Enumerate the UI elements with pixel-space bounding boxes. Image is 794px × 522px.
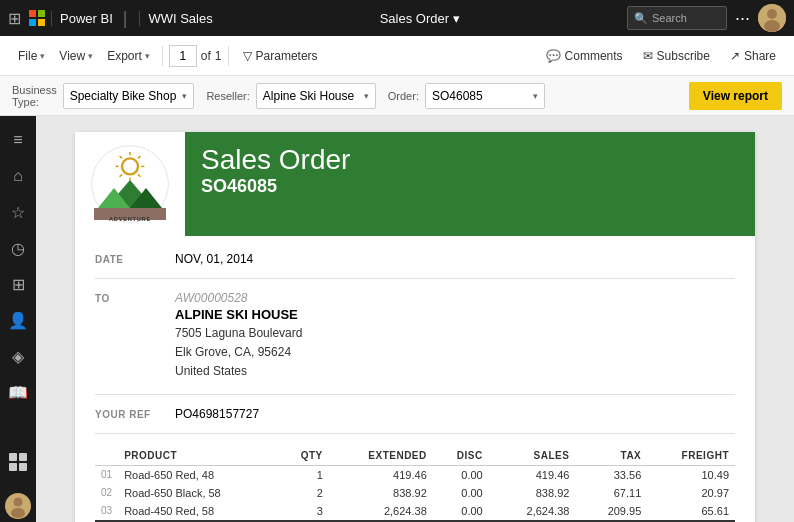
table-row: 03 Road-450 Red, 58 3 2,624.38 0.00 2,62… [95,502,735,521]
col-tax: TAX [575,446,647,466]
page-title-chevron: ▾ [453,11,460,26]
row-freight: 65.61 [647,502,735,521]
page-title-text: Sales Order [380,11,449,26]
share-label: Share [744,49,776,63]
sidebar-menu-icon[interactable]: ≡ [2,124,34,156]
page-title-nav[interactable]: Sales Order ▾ [380,11,460,26]
your-ref-label: YOUR REF [95,407,175,421]
row-extended: 2,624.38 [329,502,433,521]
product-table-body: 01 Road-650 Red, 48 1 419.46 0.00 419.46… [95,465,735,521]
parameters-button[interactable]: ▽ Parameters [235,45,326,67]
nav-center: Sales Order ▾ [221,11,619,26]
order-chevron-icon: ▾ [533,91,538,101]
sidebar-workspaces-icon[interactable] [2,446,34,478]
page-of-label: of [201,49,211,63]
sidebar-learn-icon[interactable]: 📖 [2,376,34,408]
business-type-select[interactable]: Specialty Bike Shop ▾ [63,83,195,109]
file-label: File [18,49,37,63]
left-sidebar: ≡ ⌂ ☆ ◷ ⊞ 👤 ◈ 📖 [0,116,36,522]
col-qty: QTY [278,446,328,466]
share-button[interactable]: ↗ Share [724,45,782,67]
date-label: DATE [95,252,175,266]
row-freight: 10.49 [647,465,735,484]
row-product: Road-650 Black, 58 [118,484,278,502]
row-tax: 209.95 [575,502,647,521]
col-disc: DISC [433,446,489,466]
row-qty: 1 [278,465,328,484]
col-sales: SALES [489,446,576,466]
to-value: AW00000528 ALPINE SKI HOUSE 7505 Laguna … [175,291,735,382]
table-row: 01 Road-650 Red, 48 1 419.46 0.00 419.46… [95,465,735,484]
report-order-number: SO46085 [201,176,739,197]
order-label: Order: [388,90,419,102]
export-label: Export [107,49,142,63]
to-address3: United States [175,362,735,381]
grid-icon[interactable]: ⊞ [8,9,21,28]
view-button[interactable]: View ▾ [53,45,99,67]
sidebar-apps-icon[interactable]: ⊞ [2,268,34,300]
filter-bar: BusinessType: Specialty Bike Shop ▾ Rese… [0,76,794,116]
user-avatar[interactable] [758,4,786,32]
report-title: Sales Order [201,144,739,176]
toolbar-left: File ▾ View ▾ Export ▾ of 1 ▽ Parameters [12,45,326,67]
toolbar: File ▾ View ▾ Export ▾ of 1 ▽ Parameters… [0,36,794,76]
row-qty: 3 [278,502,328,521]
comments-button[interactable]: 💬 Comments [540,45,629,67]
reseller-select[interactable]: Alpine Ski House ▾ [256,83,376,109]
sidebar-explore-icon[interactable]: ◈ [2,340,34,372]
view-chevron-icon: ▾ [88,51,93,61]
row-product: Road-450 Red, 58 [118,502,278,521]
report-name-label: WWI Sales [139,11,212,26]
table-header-row: PRODUCT QTY EXTENDED DISC SALES TAX FREI… [95,446,735,466]
search-icon: 🔍 [634,12,648,25]
search-box[interactable]: 🔍 Search [627,6,727,30]
business-type-filter: BusinessType: Specialty Bike Shop ▾ [12,83,194,109]
to-address2: Elk Grove, CA, 95624 [175,343,735,362]
reseller-value: Alpine Ski House [263,89,358,103]
date-divider [95,278,735,279]
share-icon: ↗ [730,49,740,63]
svg-point-2 [764,20,780,32]
report-container: ADVENTURE Sales Order SO46085 DATE NOV, … [75,132,755,522]
to-label: TO [95,291,175,382]
nav-divider-icon: | [123,8,128,29]
main-layout: ≡ ⌂ ☆ ◷ ⊞ 👤 ◈ 📖 [0,116,794,522]
main-content-area: ADVENTURE Sales Order SO46085 DATE NOV, … [36,116,794,522]
export-button[interactable]: Export ▾ [101,45,156,67]
col-product: PRODUCT [118,446,278,466]
business-type-label: BusinessType: [12,84,57,108]
your-ref-value: PO4698157727 [175,407,735,421]
report-header: ADVENTURE Sales Order SO46085 [75,132,755,236]
sidebar-recent-icon[interactable]: ◷ [2,232,34,264]
view-label: View [59,49,85,63]
col-freight: FREIGHT [647,446,735,466]
file-button[interactable]: File ▾ [12,45,51,67]
nav-right-group: 🔍 Search ··· [627,4,786,32]
row-tax: 33.56 [575,465,647,484]
svg-rect-5 [9,463,17,471]
row-product: Road-650 Red, 48 [118,465,278,484]
view-report-button[interactable]: View report [689,82,782,110]
page-navigation: of 1 [169,45,222,67]
svg-point-1 [767,9,777,19]
reseller-filter: Reseller: Alpine Ski House ▾ [206,83,375,109]
sidebar-home-icon[interactable]: ⌂ [2,160,34,192]
search-label: Search [652,12,687,24]
more-options-icon[interactable]: ··· [735,8,750,29]
comments-icon: 💬 [546,49,561,63]
row-num: 02 [95,484,118,502]
row-qty: 2 [278,484,328,502]
page-number-input[interactable] [169,45,197,67]
sidebar-avatar-bottom[interactable] [2,490,34,522]
subscribe-button[interactable]: ✉ Subscribe [637,45,716,67]
report-body: DATE NOV, 01, 2014 TO AW00000528 ALPINE … [75,236,755,522]
table-row: 02 Road-650 Black, 58 2 838.92 0.00 838.… [95,484,735,502]
date-field: DATE NOV, 01, 2014 [95,252,735,266]
svg-point-9 [11,508,25,518]
sidebar-favorites-icon[interactable]: ☆ [2,196,34,228]
order-select[interactable]: SO46085 ▾ [425,83,545,109]
your-ref-field: YOUR REF PO4698157727 [95,407,735,421]
row-num: 03 [95,502,118,521]
to-company: ALPINE SKI HOUSE [175,307,735,322]
sidebar-shared-icon[interactable]: 👤 [2,304,34,336]
